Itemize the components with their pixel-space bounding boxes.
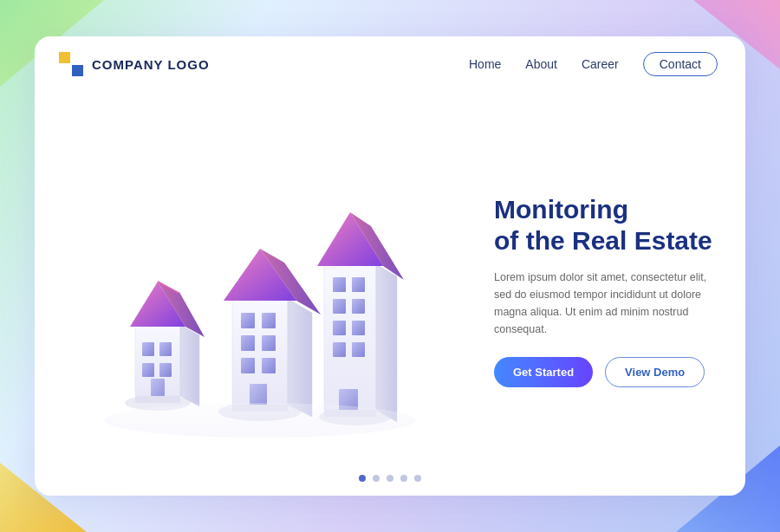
dot-1[interactable] [359, 475, 366, 482]
svg-rect-5 [159, 342, 172, 356]
hero-title: Monitoring of the Real Estate [494, 194, 718, 256]
svg-marker-15 [288, 299, 312, 417]
svg-rect-1 [135, 396, 180, 403]
navigation: Home About Career Contact [469, 52, 718, 76]
svg-rect-19 [262, 335, 276, 351]
svg-marker-3 [180, 325, 199, 406]
svg-rect-7 [159, 363, 172, 377]
nav-about[interactable]: About [525, 57, 557, 71]
dot-5[interactable] [414, 475, 421, 482]
dot-4[interactable] [400, 475, 407, 482]
svg-rect-35 [333, 342, 346, 357]
cta-buttons: Get Started View Demo [494, 357, 718, 387]
svg-rect-32 [352, 299, 365, 314]
svg-point-40 [104, 403, 416, 438]
get-started-button[interactable]: Get Started [494, 357, 593, 387]
logo-text: COMPANY LOGO [92, 57, 210, 72]
main-card: COMPANY LOGO Home About Career Contact [35, 36, 745, 496]
isometric-illustration [87, 134, 433, 446]
svg-rect-34 [352, 321, 365, 335]
svg-rect-33 [333, 321, 346, 335]
svg-rect-21 [262, 358, 276, 373]
dot-2[interactable] [373, 475, 380, 482]
hero-description: Lorem ipsum dolor sit amet, consectetur … [494, 269, 718, 338]
content-panel: Monitoring of the Real Estate Lorem ipsu… [485, 85, 745, 496]
svg-rect-4 [142, 342, 154, 356]
svg-rect-17 [262, 313, 276, 328]
svg-rect-31 [333, 299, 346, 314]
svg-rect-20 [241, 358, 255, 373]
main-content: Monitoring of the Real Estate Lorem ipsu… [35, 85, 745, 496]
logo-area: COMPANY LOGO [59, 52, 210, 76]
nav-home[interactable]: Home [469, 57, 501, 71]
pagination-dots [359, 475, 421, 482]
header: COMPANY LOGO Home About Career Contact [35, 36, 745, 85]
svg-rect-36 [352, 342, 365, 357]
svg-rect-27 [324, 264, 376, 410]
nav-career[interactable]: Career [582, 57, 619, 71]
svg-rect-18 [241, 335, 255, 351]
svg-rect-30 [352, 277, 365, 292]
illustration-area [35, 85, 485, 496]
logo-icon [59, 52, 83, 76]
svg-rect-6 [142, 363, 154, 377]
view-demo-button[interactable]: View Demo [605, 357, 705, 387]
svg-rect-22 [250, 384, 267, 405]
logo-square-yellow [59, 52, 70, 63]
logo-square-blue [72, 65, 83, 76]
svg-rect-8 [151, 379, 165, 396]
nav-contact[interactable]: Contact [643, 52, 718, 76]
svg-rect-16 [241, 313, 255, 328]
svg-marker-28 [376, 264, 397, 422]
svg-rect-29 [333, 277, 346, 292]
dot-3[interactable] [387, 475, 393, 482]
